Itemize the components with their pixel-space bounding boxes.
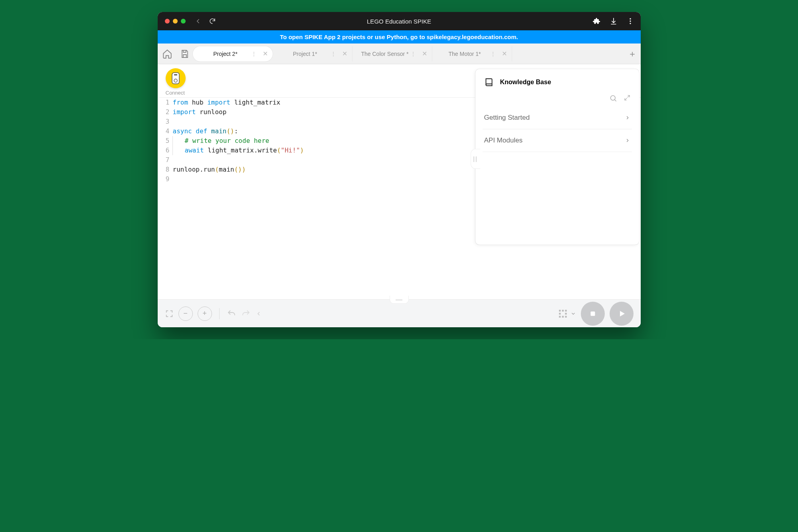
extensions-icon[interactable]	[593, 17, 601, 25]
line-number: 7	[162, 155, 173, 165]
tab-close-icon[interactable]: ✕	[263, 50, 268, 57]
back-button[interactable]	[194, 18, 202, 25]
tab-menu-icon[interactable]: ⋮	[251, 51, 256, 57]
bottom-toolbar: ══ − +	[158, 299, 641, 327]
tab-close-icon[interactable]: ✕	[342, 50, 347, 57]
slot-selector[interactable]	[558, 309, 576, 319]
line-number: 3	[162, 117, 173, 127]
search-icon[interactable]	[610, 95, 618, 103]
chevron-right-icon	[625, 115, 630, 121]
svg-rect-11	[565, 312, 566, 314]
knowledge-base-panel: || Knowledge Base Getting Started API Mo…	[475, 69, 639, 245]
svg-point-6	[610, 96, 615, 101]
tab-bar: Project 2* ⋮ ✕Project 1* ⋮ ✕The Color Se…	[158, 44, 641, 64]
svg-rect-7	[559, 310, 560, 311]
fullscreen-window-button[interactable]	[181, 19, 186, 24]
redo-button[interactable]	[241, 309, 251, 318]
zoom-out-button[interactable]: −	[178, 307, 193, 321]
more-icon[interactable]	[626, 17, 634, 25]
zoom-in-button[interactable]: +	[198, 307, 212, 321]
slow-button[interactable]	[255, 310, 262, 317]
save-button[interactable]	[177, 46, 193, 62]
tab-label: Project 2*	[200, 51, 251, 57]
tab-label: The Color Sensor *	[360, 51, 410, 57]
tab-menu-icon[interactable]: ⋮	[331, 51, 336, 57]
svg-point-0	[630, 18, 631, 20]
line-number: 4	[162, 127, 173, 136]
code-line[interactable]: import runloop	[173, 107, 227, 117]
fullscreen-icon[interactable]	[165, 309, 174, 318]
line-number: 8	[162, 165, 173, 174]
home-button[interactable]	[159, 46, 175, 62]
window-title: LEGO Education SPIKE	[158, 18, 641, 25]
chevron-right-icon	[625, 138, 630, 143]
download-icon[interactable]	[610, 17, 618, 25]
legacy-banner: To open SPIKE App 2 projects or use Pyth…	[158, 30, 641, 44]
svg-rect-14	[565, 316, 566, 317]
line-number: 1	[162, 98, 173, 107]
tab-close-icon[interactable]: ✕	[422, 50, 427, 57]
svg-rect-9	[565, 310, 566, 311]
console-drag-handle[interactable]: ══	[390, 296, 409, 304]
kb-item-1[interactable]: API Modules	[483, 129, 632, 152]
close-window-button[interactable]	[165, 19, 170, 24]
kb-item-label: Getting Started	[484, 114, 530, 122]
line-number: 9	[162, 174, 173, 184]
line-number: 5	[162, 136, 173, 146]
minimize-window-button[interactable]	[173, 19, 178, 24]
main-area: Connect 1from hub import light_matrix2im…	[158, 64, 641, 299]
window-controls	[165, 19, 186, 24]
svg-rect-13	[562, 316, 563, 317]
tab-menu-icon[interactable]: ⋮	[490, 51, 495, 57]
tab-1[interactable]: Project 1* ⋮ ✕	[273, 46, 352, 61]
code-line[interactable]: await light_matrix.write("Hi!")	[173, 146, 304, 155]
new-tab-button[interactable]: ＋	[628, 48, 637, 60]
tab-label: The Motor 1*	[440, 51, 490, 57]
code-line[interactable]: runloop.run(main())	[173, 165, 246, 174]
titlebar: LEGO Education SPIKE	[158, 12, 641, 30]
tab-0[interactable]: Project 2* ⋮ ✕	[193, 46, 273, 61]
tab-close-icon[interactable]: ✕	[502, 50, 507, 57]
code-line[interactable]: # write your code here	[173, 136, 269, 146]
svg-rect-8	[562, 310, 563, 311]
tab-3[interactable]: The Motor 1* ⋮ ✕	[432, 46, 512, 61]
tab-menu-icon[interactable]: ⋮	[410, 51, 416, 57]
kb-item-0[interactable]: Getting Started	[483, 107, 632, 129]
undo-button[interactable]	[227, 309, 236, 318]
book-icon	[484, 77, 495, 87]
tab-2[interactable]: The Color Sensor * ⋮ ✕	[352, 46, 432, 61]
svg-rect-5	[174, 74, 177, 75]
kb-item-label: API Modules	[484, 136, 523, 144]
line-number: 2	[162, 107, 173, 117]
panel-collapse-handle[interactable]: ||	[471, 149, 480, 169]
expand-icon[interactable]	[624, 95, 630, 103]
code-line[interactable]: async def main():	[173, 127, 238, 136]
svg-rect-12	[559, 316, 560, 317]
connect-hub-button[interactable]	[166, 68, 186, 88]
kb-title: Knowledge Base	[500, 79, 551, 86]
tab-label: Project 1*	[280, 51, 331, 57]
app-window: LEGO Education SPIKE To open SPIKE App 2…	[158, 12, 641, 327]
svg-rect-10	[559, 312, 560, 314]
line-number: 6	[162, 146, 173, 155]
run-button[interactable]	[610, 302, 634, 326]
reload-button[interactable]	[209, 18, 216, 25]
stop-button[interactable]	[581, 302, 605, 326]
code-line[interactable]: from hub import light_matrix	[173, 98, 281, 107]
svg-rect-15	[590, 311, 595, 316]
svg-point-2	[630, 23, 631, 24]
svg-point-1	[630, 20, 631, 22]
